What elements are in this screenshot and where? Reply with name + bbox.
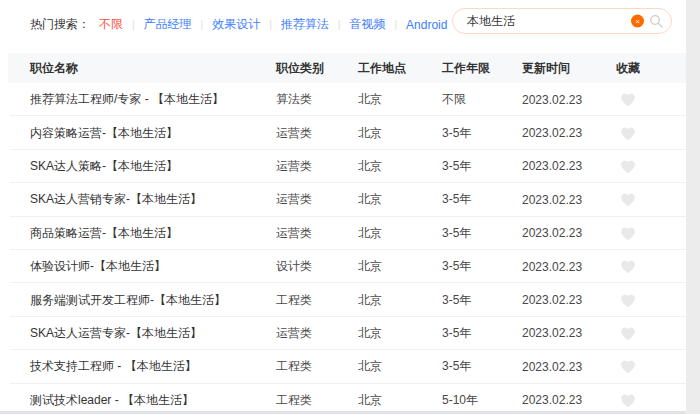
job-updated: 2023.02.23 <box>522 93 608 107</box>
job-name[interactable]: SKA达人策略-【本地生活】 <box>30 158 276 175</box>
column-header-job-name: 职位名称 <box>30 60 276 77</box>
hot-search-link-4[interactable]: 音视频 <box>349 16 385 33</box>
search-input[interactable] <box>467 9 612 33</box>
job-years: 3-5年 <box>442 358 522 375</box>
job-location: 北京 <box>358 225 442 242</box>
job-name[interactable]: 内容策略运营-【本地生活】 <box>30 125 276 142</box>
heart-icon <box>620 326 636 341</box>
job-updated: 2023.02.23 <box>522 126 608 140</box>
clear-search-icon[interactable]: × <box>631 15 644 28</box>
hot-search-label: 热门搜索： <box>30 16 90 33</box>
favorite-button[interactable] <box>620 259 636 274</box>
favorite-button[interactable] <box>620 359 636 374</box>
job-years: 3-5年 <box>442 158 522 175</box>
link-separator: | <box>269 19 272 30</box>
hot-search-link-3[interactable]: 推荐算法 <box>281 16 329 33</box>
page-right-gutter <box>686 0 700 414</box>
job-category: 运营类 <box>276 125 358 142</box>
job-years: 3-5年 <box>442 225 522 242</box>
job-category: 设计类 <box>276 258 358 275</box>
job-location: 北京 <box>358 358 442 375</box>
job-location: 北京 <box>358 325 442 342</box>
job-name[interactable]: 测试技术leader - 【本地生活】 <box>30 392 276 409</box>
job-location: 北京 <box>358 125 442 142</box>
job-category: 运营类 <box>276 158 358 175</box>
job-years: 不限 <box>442 91 522 108</box>
search-box[interactable]: × <box>452 8 672 34</box>
job-location: 北京 <box>358 158 442 175</box>
hot-search-link-5[interactable]: Android <box>406 18 447 32</box>
column-header-favorite: 收藏 <box>616 60 640 77</box>
favorite-button[interactable] <box>620 92 636 107</box>
hot-search-bar: 热门搜索： 不限|产品经理|效果设计|推荐算法|音视频|Android <box>30 16 447 33</box>
table-row[interactable]: 内容策略运营-【本地生活】 运营类 北京 3-5年 2023.02.23 <box>8 116 686 149</box>
link-separator: | <box>132 19 135 30</box>
table-body: 推荐算法工程师/专家 - 【本地生活】 算法类 北京 不限 2023.02.23… <box>8 83 686 414</box>
heart-icon <box>620 92 636 107</box>
job-years: 3-5年 <box>442 191 522 208</box>
job-name[interactable]: 推荐算法工程师/专家 - 【本地生活】 <box>30 91 276 108</box>
job-name[interactable]: 服务端测试开发工程师-【本地生活】 <box>30 292 276 309</box>
column-header-location: 工作地点 <box>358 60 442 77</box>
job-updated: 2023.02.23 <box>522 193 608 207</box>
table-row[interactable]: 技术支持工程师 - 【本地生活】 工程类 北京 3-5年 2023.02.23 <box>8 350 686 383</box>
favorite-button[interactable] <box>620 126 636 141</box>
job-search-page: 热门搜索： 不限|产品经理|效果设计|推荐算法|音视频|Android × 职位… <box>0 0 700 414</box>
job-years: 3-5年 <box>442 258 522 275</box>
table-row[interactable]: SKA达人运营专家-【本地生活】 运营类 北京 3-5年 2023.02.23 <box>8 317 686 350</box>
job-updated: 2023.02.23 <box>522 260 608 274</box>
job-name[interactable]: SKA达人运营专家-【本地生活】 <box>30 325 276 342</box>
hot-search-link-0[interactable]: 不限 <box>99 16 123 33</box>
topbar: 热门搜索： 不限|产品经理|效果设计|推荐算法|音视频|Android × <box>0 0 700 53</box>
table-row[interactable]: 体验设计师-【本地生活】 设计类 北京 3-5年 2023.02.23 <box>8 250 686 283</box>
job-location: 北京 <box>358 292 442 309</box>
heart-icon <box>620 359 636 374</box>
search-icon[interactable] <box>649 14 663 28</box>
link-separator: | <box>201 19 204 30</box>
heart-icon <box>620 393 636 408</box>
hot-search-link-2[interactable]: 效果设计 <box>212 16 260 33</box>
job-location: 北京 <box>358 91 442 108</box>
table-row[interactable]: 测试技术leader - 【本地生活】 工程类 北京 5-10年 2023.02… <box>8 384 686 414</box>
job-name[interactable]: SKA达人营销专家-【本地生活】 <box>30 191 276 208</box>
job-location: 北京 <box>358 258 442 275</box>
table-row[interactable]: 推荐算法工程师/专家 - 【本地生活】 算法类 北京 不限 2023.02.23 <box>8 83 686 116</box>
hot-search-links: 不限|产品经理|效果设计|推荐算法|音视频|Android <box>99 16 447 33</box>
job-category: 工程类 <box>276 292 358 309</box>
job-name[interactable]: 商品策略运营-【本地生活】 <box>30 225 276 242</box>
heart-icon <box>620 259 636 274</box>
job-years: 3-5年 <box>442 292 522 309</box>
favorite-button[interactable] <box>620 293 636 308</box>
column-header-updated: 更新时间 <box>522 60 608 77</box>
job-updated: 2023.02.23 <box>522 326 608 340</box>
job-location: 北京 <box>358 392 442 409</box>
link-separator: | <box>338 19 341 30</box>
job-category: 运营类 <box>276 225 358 242</box>
heart-icon <box>620 126 636 141</box>
link-separator: | <box>394 19 397 30</box>
favorite-button[interactable] <box>620 393 636 408</box>
favorite-button[interactable] <box>620 192 636 207</box>
table-row[interactable]: SKA达人策略-【本地生活】 运营类 北京 3-5年 2023.02.23 <box>8 150 686 183</box>
table-header-row: 职位名称 职位类别 工作地点 工作年限 更新时间 收藏 <box>8 53 686 83</box>
job-updated: 2023.02.23 <box>522 159 608 173</box>
heart-icon <box>620 159 636 174</box>
favorite-button[interactable] <box>620 159 636 174</box>
heart-icon <box>620 192 636 207</box>
heart-icon <box>620 226 636 241</box>
job-updated: 2023.02.23 <box>522 393 608 407</box>
job-name[interactable]: 技术支持工程师 - 【本地生活】 <box>30 358 276 375</box>
table-row[interactable]: 服务端测试开发工程师-【本地生活】 工程类 北京 3-5年 2023.02.23 <box>8 283 686 316</box>
job-name[interactable]: 体验设计师-【本地生活】 <box>30 258 276 275</box>
hot-search-link-1[interactable]: 产品经理 <box>144 16 192 33</box>
job-table: 职位名称 职位类别 工作地点 工作年限 更新时间 收藏 推荐算法工程师/专家 -… <box>8 53 686 414</box>
job-updated: 2023.02.23 <box>522 226 608 240</box>
favorite-button[interactable] <box>620 326 636 341</box>
table-row[interactable]: SKA达人营销专家-【本地生活】 运营类 北京 3-5年 2023.02.23 <box>8 183 686 216</box>
job-years: 5-10年 <box>442 392 522 409</box>
column-header-years: 工作年限 <box>442 60 522 77</box>
job-category: 算法类 <box>276 91 358 108</box>
table-row[interactable]: 商品策略运营-【本地生活】 运营类 北京 3-5年 2023.02.23 <box>8 217 686 250</box>
favorite-button[interactable] <box>620 226 636 241</box>
job-category: 工程类 <box>276 358 358 375</box>
